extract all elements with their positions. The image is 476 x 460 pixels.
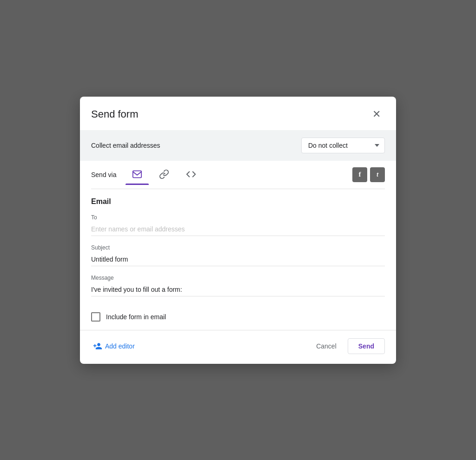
subject-field-group: Subject xyxy=(91,244,385,266)
include-form-row: Include form in email xyxy=(91,305,385,326)
tab-link[interactable] xyxy=(152,164,176,185)
email-icon xyxy=(132,169,142,179)
dialog-title: Send form xyxy=(91,108,139,120)
collect-label: Collect email addresses xyxy=(91,142,160,149)
subject-input[interactable] xyxy=(91,253,385,266)
to-field-group: To xyxy=(91,214,385,236)
send-form-dialog: Send form ✕ Collect email addresses Do n… xyxy=(80,97,396,364)
email-section-title: Email xyxy=(91,197,385,206)
tab-embed[interactable] xyxy=(179,164,203,185)
to-input[interactable] xyxy=(91,223,385,236)
svg-rect-0 xyxy=(133,171,141,177)
link-icon xyxy=(159,169,169,179)
add-person-icon xyxy=(93,342,102,351)
email-section: Email To Subject Message xyxy=(91,189,385,326)
collect-bar: Collect email addresses Do not collect V… xyxy=(80,130,396,161)
footer-actions: Cancel Send xyxy=(309,338,385,354)
send-via-label: Send via xyxy=(91,171,116,178)
send-via-tabs xyxy=(126,164,352,185)
embed-icon xyxy=(186,169,196,179)
close-button[interactable]: ✕ xyxy=(368,106,385,123)
send-via-row: Send via xyxy=(91,161,385,189)
include-form-checkbox[interactable] xyxy=(91,312,100,322)
include-form-label: Include form in email xyxy=(106,313,166,321)
facebook-share-button[interactable]: f xyxy=(352,167,367,182)
tab-email[interactable] xyxy=(126,164,149,185)
subject-label: Subject xyxy=(91,244,385,251)
dialog-header: Send form ✕ xyxy=(80,97,396,130)
message-field-group: Message xyxy=(91,275,385,296)
modal-overlay: Send form ✕ Collect email addresses Do n… xyxy=(0,0,476,460)
dialog-body: Send via xyxy=(80,161,396,326)
add-editor-button[interactable]: Add editor xyxy=(91,338,137,355)
twitter-share-button[interactable]: t xyxy=(370,167,385,182)
social-buttons: f t xyxy=(352,167,385,182)
collect-select-wrapper: Do not collect Verified Responder input xyxy=(301,138,385,153)
add-editor-label: Add editor xyxy=(105,342,135,350)
message-input[interactable] xyxy=(91,283,385,296)
cancel-button[interactable]: Cancel xyxy=(309,339,344,354)
send-button[interactable]: Send xyxy=(348,338,385,354)
dialog-footer: Add editor Cancel Send xyxy=(80,330,396,364)
message-label: Message xyxy=(91,275,385,281)
collect-select[interactable]: Do not collect Verified Responder input xyxy=(301,138,385,153)
to-label: To xyxy=(91,214,385,221)
